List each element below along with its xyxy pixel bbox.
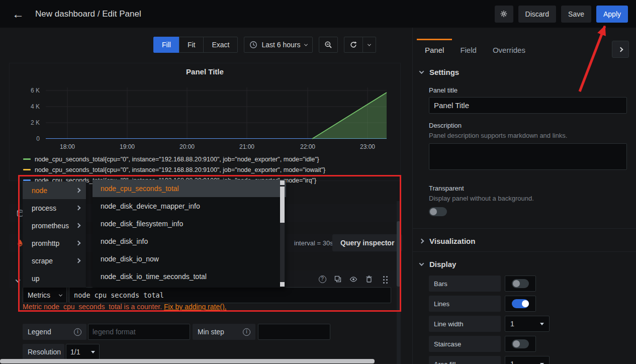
metric-option[interactable]: node_disk_device_mapper_info bbox=[93, 197, 286, 215]
description-label: Description bbox=[429, 122, 627, 129]
category-item-process[interactable]: process bbox=[23, 199, 86, 217]
refresh-interval-dropdown[interactable] bbox=[362, 37, 376, 53]
metric-option[interactable]: node_cpu_seconds_total bbox=[93, 179, 286, 197]
drag-handle-icon[interactable] bbox=[381, 275, 389, 283]
chevron-right-icon bbox=[76, 223, 81, 228]
legend-format-label: Legend i bbox=[23, 324, 86, 340]
category-item-prometheus[interactable]: prometheus bbox=[23, 217, 86, 234]
time-range-picker[interactable]: Last 6 hours bbox=[244, 37, 312, 53]
apply-button[interactable]: Apply bbox=[596, 6, 628, 23]
chevron-right-icon bbox=[76, 258, 81, 263]
query-inspector-button[interactable]: Query inspector bbox=[332, 234, 402, 251]
chevron-down-icon bbox=[59, 293, 62, 296]
size-mode-group: Fill Fit Exact bbox=[153, 37, 238, 53]
delete-query-trash-icon[interactable] bbox=[365, 275, 373, 283]
refresh-button[interactable] bbox=[344, 37, 363, 53]
chevron-down-icon bbox=[304, 42, 307, 46]
size-mode-exact-button[interactable]: Exact bbox=[203, 37, 238, 53]
legend-label: node_cpu_seconds_total{cpu="0", instance… bbox=[35, 166, 325, 173]
tab-field[interactable]: Field bbox=[452, 39, 485, 60]
visualization-section-header[interactable]: Visualization bbox=[413, 229, 636, 251]
panel-title-label: Panel title bbox=[429, 86, 627, 94]
save-button[interactable]: Save bbox=[561, 6, 591, 23]
options-sidebar: Panel Field Overrides Settings Panel tit… bbox=[412, 28, 636, 364]
area-fill-value: 1 bbox=[510, 360, 514, 364]
settings-gear-button[interactable] bbox=[495, 6, 513, 23]
panel-toolbar: Fill Fit Exact Last 6 hours bbox=[153, 37, 376, 53]
query-row-actions: ? bbox=[318, 275, 389, 283]
resolution-label: Resolution bbox=[23, 344, 64, 360]
lines-toggle[interactable] bbox=[505, 296, 536, 312]
category-item-up[interactable]: up bbox=[23, 269, 86, 287]
transparent-help-text: Display panel without a background. bbox=[429, 195, 627, 202]
fix-rate-link[interactable]: Fix by adding rate(). bbox=[164, 303, 227, 311]
legend-format-input[interactable] bbox=[88, 324, 190, 340]
description-textarea[interactable] bbox=[429, 143, 627, 170]
size-mode-fit-button[interactable]: Fit bbox=[179, 37, 204, 53]
settings-section-header[interactable]: Settings bbox=[413, 60, 636, 82]
panel-preview-title: Panel Title bbox=[10, 67, 400, 76]
zoom-out-button[interactable] bbox=[319, 37, 338, 53]
back-button[interactable]: ← bbox=[8, 4, 28, 24]
display-row-bars: Bars bbox=[429, 276, 627, 292]
info-icon: i bbox=[74, 328, 81, 336]
metric-option[interactable]: node_disk_filesystem_info bbox=[93, 215, 286, 232]
horizontal-scrollbar-thumb[interactable] bbox=[0, 359, 375, 363]
legend-item-iowait[interactable]: node_cpu_seconds_total{cpu="0", instance… bbox=[23, 164, 325, 175]
area-fill-select[interactable]: 1 bbox=[505, 356, 550, 364]
tab-panel[interactable]: Panel bbox=[417, 39, 452, 60]
bars-toggle[interactable] bbox=[505, 276, 536, 292]
chevron-right-icon bbox=[419, 239, 424, 244]
size-mode-fill-button[interactable]: Fill bbox=[153, 37, 179, 53]
transparent-label: Transparent bbox=[429, 185, 627, 192]
resolution-select[interactable]: 1/1 bbox=[66, 344, 100, 360]
panel-preview: 6 K 4 K 2 K 0 18:00 19:00 20:00 21:00 22… bbox=[9, 63, 401, 181]
vertical-scrollbar-thumb[interactable] bbox=[397, 221, 401, 287]
scrollbar-up-arrow[interactable] bbox=[280, 180, 285, 185]
menu-scrollbar-thumb[interactable] bbox=[280, 187, 285, 223]
help-icon[interactable]: ? bbox=[318, 275, 326, 283]
x-tick: 18:00 bbox=[60, 143, 75, 150]
description-help-text: Panel description supports markdown and … bbox=[429, 132, 627, 139]
x-tick: 19:00 bbox=[120, 143, 135, 150]
legend-item-idle[interactable]: node_cpu_seconds_total{cpu="0", instance… bbox=[23, 154, 325, 164]
metrics-button-label: Metrics bbox=[28, 291, 50, 299]
x-tick: 22:00 bbox=[300, 143, 315, 150]
display-options: Bars Lines Line width 1 Staircase Area f… bbox=[413, 275, 636, 364]
staircase-toggle[interactable] bbox=[505, 336, 536, 352]
duplicate-query-icon[interactable] bbox=[334, 275, 342, 283]
tab-overrides[interactable]: Overrides bbox=[485, 39, 533, 60]
legend-swatch-yellow bbox=[23, 169, 31, 170]
collapse-sidebar-button[interactable] bbox=[612, 41, 629, 58]
category-item-promhttp[interactable]: promhttp bbox=[23, 234, 86, 252]
chevron-down-icon bbox=[419, 69, 424, 74]
x-tick: 20:00 bbox=[179, 143, 195, 150]
metrics-dropdown-button[interactable]: Metrics bbox=[23, 287, 67, 303]
chevron-down-icon bbox=[367, 42, 371, 46]
x-tick: 23:00 bbox=[360, 143, 375, 150]
bars-label: Bars bbox=[429, 276, 501, 292]
warning-text: Metric node_cpu_seconds_total is a count… bbox=[23, 303, 162, 311]
collapse-query-chevron-icon[interactable] bbox=[16, 278, 21, 283]
metric-option[interactable]: node_disk_io_now bbox=[93, 250, 286, 267]
display-section-header[interactable]: Display bbox=[413, 252, 636, 275]
scrollbar-down-arrow[interactable] bbox=[280, 282, 285, 287]
chevron-down-icon bbox=[419, 261, 424, 266]
chevron-right-icon bbox=[76, 188, 81, 193]
metric-option[interactable]: node_disk_io_time_seconds_total bbox=[93, 267, 286, 285]
promql-query-input[interactable] bbox=[69, 287, 391, 303]
counter-warning: Metric node_cpu_seconds_total is a count… bbox=[23, 303, 226, 311]
discard-button[interactable]: Discard bbox=[518, 6, 556, 23]
toggle-visibility-eye-icon[interactable] bbox=[349, 275, 357, 283]
line-width-select[interactable]: 1 bbox=[505, 316, 550, 332]
min-step-input[interactable] bbox=[258, 324, 330, 340]
sidebar-tabs: Panel Field Overrides bbox=[413, 39, 636, 60]
vertical-scrollbar bbox=[397, 201, 401, 364]
panel-title-input[interactable] bbox=[429, 97, 627, 114]
category-item-node[interactable]: node bbox=[23, 181, 86, 199]
display-row-line-width: Line width 1 bbox=[429, 316, 627, 332]
category-item-scrape[interactable]: scrape bbox=[23, 252, 86, 269]
y-tick: 6 K bbox=[31, 87, 40, 94]
metric-option[interactable]: node_disk_info bbox=[93, 232, 286, 250]
transparent-toggle[interactable] bbox=[429, 207, 447, 216]
